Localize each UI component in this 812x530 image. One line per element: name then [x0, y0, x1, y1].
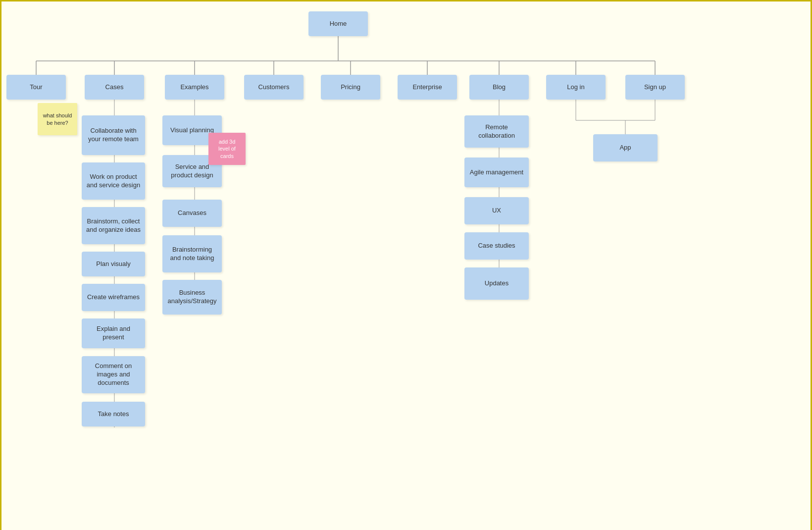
remote-collab-card[interactable]: Remote collaboration [464, 115, 529, 148]
agile-mgmt-card[interactable]: Agile management [464, 158, 529, 187]
examples-label: Examples [180, 83, 208, 92]
work-on-label: Work on product and service design [86, 173, 141, 190]
app-label: App [619, 144, 631, 152]
what-should-label: what should be here? [42, 112, 73, 126]
tour-label: Tour [30, 83, 42, 92]
signup-card[interactable]: Sign up [625, 75, 685, 100]
brainstorming-note-card[interactable]: Brainstorming and note taking [162, 235, 222, 272]
create-wireframes-card[interactable]: Create wireframes [82, 284, 145, 311]
examples-card[interactable]: Examples [165, 75, 224, 100]
blog-card[interactable]: Blog [469, 75, 529, 100]
collaborate-card[interactable]: Collaborate with your remote team [82, 115, 145, 155]
home-label: Home [330, 20, 347, 28]
take-notes-card[interactable]: Take notes [82, 402, 145, 426]
work-on-card[interactable]: Work on product and service design [82, 162, 145, 200]
ux-label: UX [492, 207, 501, 215]
app-card[interactable]: App [593, 134, 658, 161]
plan-visually-card[interactable]: Plan visualy [82, 252, 145, 276]
customers-label: Customers [258, 83, 290, 92]
take-notes-label: Take notes [98, 410, 129, 419]
ux-card[interactable]: UX [464, 197, 529, 224]
case-studies-card[interactable]: Case studies [464, 232, 529, 260]
canvases-label: Canvases [178, 209, 206, 217]
home-card[interactable]: Home [308, 11, 368, 36]
cases-label: Cases [105, 83, 124, 92]
collaborate-label: Collaborate with your remote team [86, 127, 141, 144]
tour-card[interactable]: Tour [6, 75, 66, 100]
create-wireframes-label: Create wireframes [87, 293, 140, 302]
pricing-card[interactable]: Pricing [321, 75, 380, 100]
business-analysis-card[interactable]: Business analysis/Strategy [162, 280, 222, 315]
canvases-card[interactable]: Canvases [162, 200, 222, 227]
brainstorm-label: Brainstorm, collect and organize ideas [86, 217, 141, 234]
signup-label: Sign up [644, 83, 666, 92]
pricing-label: Pricing [341, 83, 360, 92]
diagram-container: Home Tour Cases Examples Customers Prici… [1, 1, 812, 530]
visual-planning-label: Visual planning [170, 126, 214, 135]
explain-present-label: Explain and present [86, 325, 141, 342]
comment-images-label: Comment on images and documents [86, 362, 141, 387]
updates-label: Updates [485, 279, 508, 288]
brainstorm-card[interactable]: Brainstorm, collect and organize ideas [82, 207, 145, 244]
updates-card[interactable]: Updates [464, 267, 529, 300]
brainstorming-note-label: Brainstorming and note taking [166, 246, 218, 263]
comment-images-card[interactable]: Comment on images and documents [82, 356, 145, 393]
blog-label: Blog [493, 83, 506, 92]
remote-collab-label: Remote collaboration [468, 123, 525, 140]
explain-present-card[interactable]: Explain and present [82, 318, 145, 348]
what-should-card[interactable]: what should be here? [38, 103, 77, 135]
agile-mgmt-label: Agile management [470, 168, 523, 177]
business-analysis-label: Business analysis/Strategy [166, 289, 218, 306]
add-3d-label: add 3d level of cards [212, 138, 242, 159]
plan-visually-label: Plan visualy [96, 260, 130, 268]
case-studies-label: Case studies [478, 242, 515, 250]
service-product-label: Service and product design [166, 163, 218, 180]
login-label: Log in [567, 83, 584, 92]
cases-card[interactable]: Cases [85, 75, 144, 100]
login-card[interactable]: Log in [546, 75, 606, 100]
customers-card[interactable]: Customers [244, 75, 304, 100]
add-3d-card[interactable]: add 3d level of cards [208, 133, 246, 165]
enterprise-label: Enterprise [412, 83, 442, 92]
enterprise-card[interactable]: Enterprise [398, 75, 457, 100]
